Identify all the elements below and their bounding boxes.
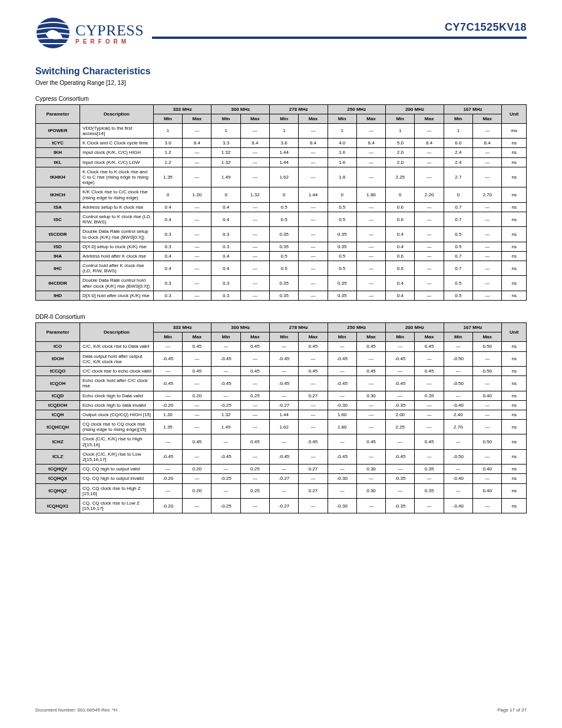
footer: Document Number: 001-06545 Rev. *H Page … (35, 707, 527, 713)
spec-table-1: ParameterDescription333 MHz300 MHz278 MH… (35, 104, 527, 301)
logo: CYPRESS PERFORM (35, 17, 144, 50)
table2-caption: DDR-II Consortium (35, 314, 527, 320)
table1-caption: Cypress Consortium (35, 95, 527, 102)
footer-left: Document Number: 001-06545 Rev. *H (35, 707, 117, 713)
part-number: CY7C1525KV18 (445, 21, 527, 34)
section-intro: Over the Operating Range [12, 13] (35, 79, 527, 87)
header-rule (152, 37, 527, 39)
section-title: Switching Characteristics (35, 66, 527, 77)
globe-icon (35, 17, 72, 50)
spec-table-2: ParameterDescription333 MHz300 MHz278 MH… (35, 322, 527, 513)
brand-name: CYPRESS (75, 22, 144, 39)
footer-right: Page 17 of 27 (497, 707, 527, 713)
